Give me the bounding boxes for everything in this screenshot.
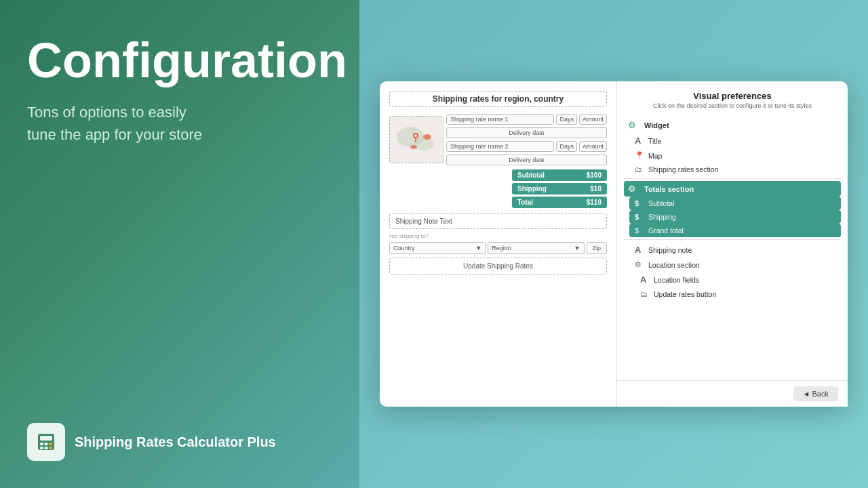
vp-shipping-rates-label: Shipping rates section bbox=[648, 165, 718, 174]
rate1-delivery: Delivery date bbox=[446, 127, 607, 138]
country-chevron: ▼ bbox=[475, 245, 481, 251]
rates-icon: 🗂 bbox=[635, 165, 644, 174]
rate1-days: Days bbox=[556, 114, 577, 125]
svg-rect-6 bbox=[40, 447, 43, 449]
location-gear-icon: ⚙ bbox=[635, 260, 644, 269]
vp-map-label: Map bbox=[648, 152, 662, 160]
vp-shipping-item[interactable]: $ Shipping bbox=[629, 210, 841, 224]
not-shipping-label: Not shipping to? bbox=[389, 233, 607, 239]
main-title: Configuration bbox=[27, 34, 332, 87]
rate1-input-row: Shipping rate name 1 Days Amount bbox=[446, 114, 607, 125]
vp-title-label: Title bbox=[648, 137, 661, 145]
app-name: Shipping Rates Calculator Plus bbox=[75, 434, 276, 450]
vp-map-item[interactable]: 📍 Map bbox=[629, 148, 841, 163]
rate2-days: Days bbox=[556, 141, 577, 152]
app-footer: Shipping Rates Calculator Plus bbox=[27, 423, 332, 461]
shipping-label: Shipping bbox=[517, 185, 547, 192]
vp-location-section-item[interactable]: ⚙ Location section bbox=[629, 258, 841, 272]
subtotal-row: Subtotal $100 bbox=[512, 169, 607, 181]
gear-icon: ⚙ bbox=[628, 120, 639, 130]
svg-rect-4 bbox=[45, 443, 48, 445]
rate1-row: Shipping rate name 1 Days Amount Deliver… bbox=[389, 114, 607, 165]
subtotal-value: $100 bbox=[587, 171, 601, 179]
divider1 bbox=[624, 178, 841, 179]
country-select[interactable]: Country ▼ bbox=[389, 242, 486, 254]
rate1-name: Shipping rate name 1 bbox=[446, 114, 554, 125]
svg-point-11 bbox=[414, 137, 434, 150]
left-panel: Configuration Tons of options to easilyt… bbox=[0, 0, 359, 488]
vp-shipping-note-item[interactable]: A Shipping note bbox=[629, 242, 841, 258]
vp-widget-children: A Title 📍 Map 🗂 Shipping rates section bbox=[629, 133, 841, 176]
svg-point-13 bbox=[410, 145, 417, 149]
vp-title: Visual preferences bbox=[624, 91, 841, 101]
country-label: Country bbox=[393, 245, 415, 251]
totals-section-preview: Subtotal $100 Shipping $10 Total $110 bbox=[512, 169, 607, 208]
vp-title-item[interactable]: A Title bbox=[629, 133, 841, 148]
shipping-note-box: Shipping Note Text bbox=[389, 214, 607, 229]
shipping-row: Shipping $10 bbox=[512, 183, 607, 195]
vp-shipping-rates-section[interactable]: 🗂 Shipping rates section bbox=[629, 163, 841, 176]
zip-box: Zip bbox=[587, 242, 608, 254]
svg-rect-5 bbox=[49, 443, 52, 445]
visual-prefs-panel: Visual preferences Click on the desired … bbox=[617, 81, 848, 407]
vp-update-rates-label: Update rates button bbox=[654, 290, 716, 298]
svg-rect-2 bbox=[40, 436, 52, 441]
subtotal-label: Subtotal bbox=[517, 171, 545, 179]
shipping-dollar-icon: $ bbox=[635, 213, 644, 221]
svg-point-12 bbox=[423, 134, 431, 140]
region-select[interactable]: Region ▼ bbox=[488, 242, 584, 254]
vp-totals-children: $ Subtotal $ Shipping $ Grand total bbox=[629, 197, 841, 237]
vp-widget-label: Widget bbox=[644, 121, 669, 129]
vp-subtitle: Click on the desired section to configur… bbox=[624, 102, 841, 109]
map-icon: 📍 bbox=[635, 151, 644, 160]
title-icon: A bbox=[635, 136, 644, 146]
total-row: Total $110 bbox=[512, 197, 607, 208]
vp-location-fields-item[interactable]: A Location fields bbox=[635, 272, 841, 287]
region-label: Region bbox=[492, 245, 511, 251]
location-fields-icon: A bbox=[640, 274, 650, 285]
subtotal-dollar-icon: $ bbox=[635, 199, 644, 207]
grand-total-dollar-icon: $ bbox=[635, 226, 644, 235]
update-rates-icon: 🗂 bbox=[640, 290, 650, 298]
vp-grand-total-label: Grand total bbox=[648, 226, 684, 235]
rate2-input-row: Shipping rate name 2 Days Amount bbox=[446, 141, 607, 152]
config-outer: Shipping rates for region, country bbox=[380, 81, 848, 407]
config-window: Shipping rates for region, country bbox=[380, 81, 848, 407]
vp-subtotal-item[interactable]: $ Subtotal bbox=[629, 197, 841, 210]
vp-location-fields-label: Location fields bbox=[654, 276, 699, 284]
vp-shipping-note-label: Shipping note bbox=[648, 246, 692, 254]
divider2 bbox=[624, 239, 841, 240]
widget-preview: Shipping rates for region, country bbox=[380, 81, 617, 407]
rate2-delivery: Delivery date bbox=[446, 155, 607, 165]
location-row[interactable]: Country ▼ Region ▼ Zip bbox=[389, 242, 607, 254]
shipping-note-icon: A bbox=[635, 245, 644, 255]
svg-point-15 bbox=[414, 134, 417, 137]
right-panel: Shipping rates for region, country bbox=[359, 0, 868, 488]
preview-title: Shipping rates for region, country bbox=[389, 91, 607, 107]
vp-grand-total-item[interactable]: $ Grand total bbox=[629, 224, 841, 237]
update-shipping-button[interactable]: Update Shipping Rates bbox=[389, 258, 607, 274]
back-button[interactable]: ◄ Back bbox=[793, 386, 838, 401]
map-area bbox=[389, 116, 443, 163]
rate2-name: Shipping rate name 2 bbox=[446, 141, 554, 152]
vp-totals-section[interactable]: ⚙ Totals section bbox=[624, 181, 841, 197]
rate2-amount: Amount bbox=[579, 141, 607, 152]
back-bar: ◄ Back bbox=[617, 380, 848, 407]
total-label: Total bbox=[517, 199, 533, 206]
vp-location-section-label: Location section bbox=[648, 261, 700, 269]
svg-rect-8 bbox=[49, 447, 52, 449]
vp-totals-label: Totals section bbox=[644, 185, 694, 193]
vp-update-rates-button-item[interactable]: 🗂 Update rates button bbox=[635, 287, 841, 301]
totals-gear-icon: ⚙ bbox=[628, 184, 639, 194]
region-chevron: ▼ bbox=[574, 245, 580, 251]
vp-widget[interactable]: ⚙ Widget bbox=[624, 117, 841, 133]
app-icon bbox=[27, 423, 65, 461]
rate1-amount: Amount bbox=[579, 114, 607, 125]
rate1-inputs: Shipping rate name 1 Days Amount Deliver… bbox=[446, 114, 607, 165]
map-svg bbox=[390, 117, 443, 163]
subtitle: Tons of options to easilytune the app fo… bbox=[27, 101, 332, 146]
total-value: $110 bbox=[587, 199, 601, 206]
svg-rect-7 bbox=[45, 447, 48, 449]
vp-more-children: A Shipping note ⚙ Location section A Loc… bbox=[629, 242, 841, 301]
shipping-value: $10 bbox=[590, 185, 601, 192]
